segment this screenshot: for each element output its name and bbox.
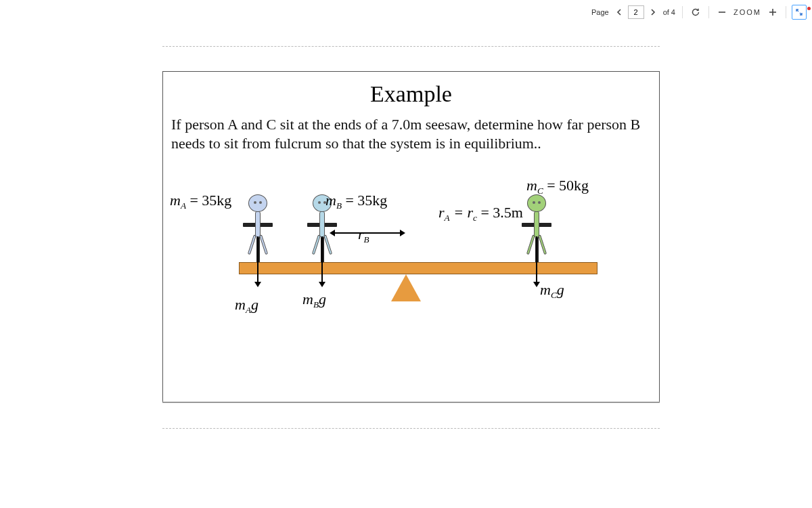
page-label: Page: [591, 8, 609, 16]
distance-ac-label: rA = rc = 3.5m: [438, 204, 523, 224]
divider: [708, 6, 709, 18]
seesaw-beam: [239, 262, 597, 274]
seesaw-diagram: mA = 35kg mB = 35kg mC = 50kg rA = rc = …: [171, 165, 651, 368]
prev-page-button[interactable]: [613, 6, 625, 18]
reload-button[interactable]: [688, 5, 703, 20]
page-border-bottom: [162, 402, 660, 403]
mass-c-label: mC = 50kg: [526, 177, 589, 196]
page-separator: [162, 428, 660, 429]
force-a-label: mAg: [235, 296, 258, 316]
notification-dot-icon: [807, 7, 811, 10]
document-page: Example If person A and C sit at the end…: [162, 71, 660, 403]
force-arrow-c: [536, 236, 537, 282]
divider: [682, 6, 683, 18]
force-c-label: mCg: [540, 281, 564, 301]
distance-b-label: rB: [358, 226, 369, 245]
force-arrow-a: [257, 236, 258, 282]
page-input[interactable]: [628, 5, 644, 19]
page-total: of 4: [663, 8, 675, 16]
next-page-button[interactable]: [647, 6, 659, 18]
problem-text: If person A and C sit at the ends of a 7…: [171, 115, 651, 152]
mass-b-label: mB = 35kg: [325, 192, 387, 211]
toolbar: Page of 4 ZOOM: [585, 0, 812, 24]
mass-a-label: mA = 35kg: [170, 192, 231, 211]
force-b-label: mBg: [302, 291, 326, 310]
page-title: Example: [171, 81, 651, 107]
force-arrow-b: [321, 236, 323, 282]
fulcrum-icon: [391, 274, 421, 301]
zoom-label: ZOOM: [734, 8, 761, 16]
expand-button[interactable]: [792, 5, 807, 20]
page-separator: [162, 46, 660, 47]
zoom-out-button[interactable]: [715, 5, 729, 20]
zoom-in-button[interactable]: [765, 5, 780, 20]
divider: [786, 6, 786, 18]
